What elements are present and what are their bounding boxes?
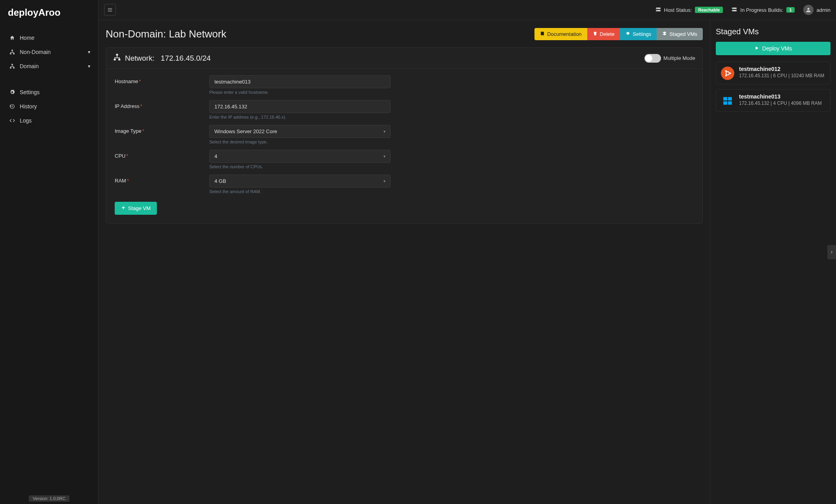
sidebar-label: Logs [20,117,32,124]
ip-input[interactable] [209,100,391,113]
documentation-button[interactable]: Documentation [534,28,587,40]
sidebar-label: Non-Domain [20,49,51,55]
staged-vms-panel: Staged VMs Deploy VMs testmachine012 172… [710,20,836,504]
sidebar-label: Settings [20,89,40,95]
hostname-hint: Please enter a valid hostname. [209,90,391,95]
ram-select[interactable]: 4 GB ▾ [209,175,391,188]
collapse-panel-button[interactable] [827,245,836,259]
svg-point-14 [807,8,809,10]
svg-rect-5 [13,67,15,69]
vm-meta: 172.16.45.131 | 6 CPU | 10240 MB RAM [739,73,825,78]
svg-point-13 [733,10,733,11]
sidebar-item-settings[interactable]: Settings [0,85,98,99]
svg-point-9 [656,10,657,11]
network-icon [113,53,121,63]
settings-button[interactable]: Settings [620,28,657,40]
svg-rect-7 [656,10,661,11]
server-icon [655,7,661,13]
multiple-mode-toggle[interactable] [644,54,661,63]
chevron-down-icon: ▾ [384,129,385,134]
code-icon [8,118,17,123]
sitemap-icon [8,63,17,69]
svg-rect-3 [11,64,13,65]
sidebar-item-history[interactable]: History [0,99,98,113]
home-icon [8,35,17,41]
sidebar-item-logs[interactable]: Logs [0,113,98,128]
play-icon [754,45,759,52]
builds-count-badge: 1 [786,7,794,13]
svg-rect-24 [728,97,732,100]
svg-rect-17 [114,59,116,60]
svg-rect-1 [10,53,11,54]
trash-icon [593,31,598,37]
sitemap-icon [8,49,17,55]
cpu-label: CPU [115,153,125,159]
staged-vm-card[interactable]: testmachine012 172.16.45.131 | 6 CPU | 1… [716,61,830,84]
user-name: admin [817,7,830,13]
page-title: Non-Domain: Lab Network [106,28,226,40]
vm-meta: 172.16.45.132 | 4 CPU | 4096 MB RAM [739,100,825,106]
hostname-input[interactable] [209,75,391,88]
network-card: Network: 172.16.45.0/24 Multiple Mode [106,47,703,224]
svg-rect-0 [11,50,13,51]
multiple-mode-label: Multiple Mode [663,55,695,61]
delete-button[interactable]: Delete [587,28,620,40]
image-label: Image Type [115,128,142,134]
version-bar: Version: 1.0.0RC [0,493,98,504]
svg-point-12 [733,8,733,8]
host-status-badge: Reachable [695,7,723,13]
svg-point-20 [730,73,731,74]
staged-vms-button[interactable]: Staged VMs [657,28,703,40]
book-icon [540,31,545,37]
svg-rect-26 [728,101,732,105]
hostname-label: Hostname [115,78,138,84]
network-heading-prefix: Network: [125,54,155,62]
layers-icon [662,31,667,37]
cpu-hint: Select the number of CPUs. [209,164,391,169]
ubuntu-icon [721,67,734,80]
svg-point-21 [725,70,727,72]
page-actions: Documentation Delete Setti [534,28,703,40]
ram-label: RAM [115,178,126,184]
user-menu[interactable]: admin [803,5,830,15]
svg-rect-4 [10,67,11,69]
staged-vms-title: Staged VMs [716,27,830,36]
stage-vm-button[interactable]: Stage VM [115,202,157,215]
chevron-down-icon: ▾ [88,63,90,69]
version-text: Version: 1.0.0RC [29,495,69,502]
image-select[interactable]: Windows Server 2022 Core ▾ [209,125,391,138]
chevron-down-icon: ▾ [384,154,385,158]
image-hint: Select the desired image type. [209,139,391,144]
menu-toggle-button[interactable] [104,4,116,16]
svg-rect-23 [723,97,727,100]
host-status-label: Host Status: [664,7,692,13]
gear-icon [8,89,17,95]
history-icon [8,104,17,109]
topbar: Host Status: Reachable In Progress Build… [99,0,836,20]
cpu-select[interactable]: 4 ▾ [209,150,391,163]
network-value: 172.16.45.0/24 [161,54,211,62]
sidebar: deployAroo Home Non-Domain ▾ Domain [0,0,99,504]
staged-vm-card[interactable]: testmachine013 172.16.45.132 | 4 CPU | 4… [716,89,830,112]
builds-label: In Progress Builds: [740,7,783,13]
windows-icon [721,94,734,108]
svg-rect-2 [13,53,15,54]
host-status-group: Host Status: Reachable [655,7,723,13]
svg-point-22 [725,75,727,76]
svg-rect-11 [732,10,737,11]
gear-icon [626,31,630,37]
vm-name: testmachine013 [739,93,825,100]
deploy-vms-button[interactable]: Deploy VMs [716,42,830,55]
sidebar-item-domain[interactable]: Domain ▾ [0,59,98,73]
chevron-down-icon: ▾ [88,49,90,55]
server-icon [732,7,737,13]
svg-rect-16 [116,54,118,56]
sidebar-item-home[interactable]: Home [0,31,98,45]
ip-label: IP Address [115,103,140,109]
brand-logo: deployAroo [0,0,98,27]
svg-rect-18 [118,59,120,60]
ip-hint: Enter the IP address (e.g., 172.16.45.x)… [209,115,391,119]
sidebar-label: Domain [20,63,39,69]
chevron-down-icon: ▾ [384,179,385,183]
sidebar-item-non-domain[interactable]: Non-Domain ▾ [0,45,98,59]
